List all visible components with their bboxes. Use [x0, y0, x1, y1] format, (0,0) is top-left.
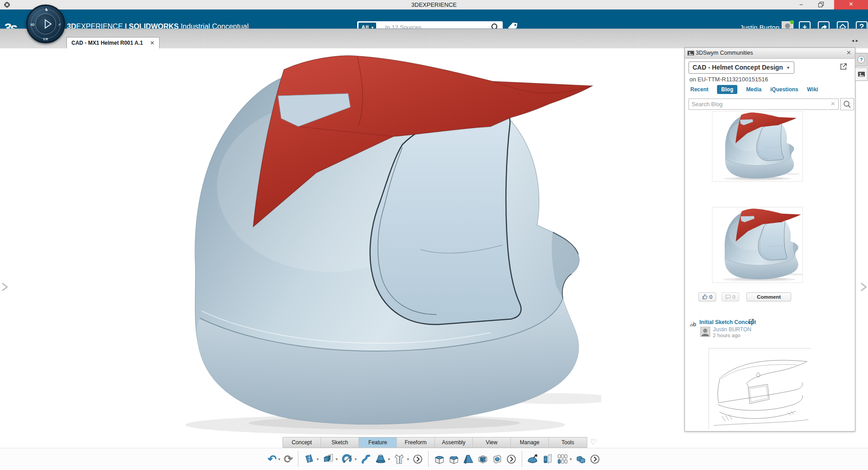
chamfer-button[interactable]: [447, 450, 461, 468]
helmet-model[interactable]: [149, 51, 601, 439]
comment-count-badge[interactable]: 0: [722, 292, 739, 301]
close-button[interactable]: ✕: [834, 0, 868, 9]
fillet-button[interactable]: [432, 450, 447, 468]
chevron-down-icon: ▼: [387, 457, 391, 461]
ribbon-tab-tools[interactable]: Tools: [549, 437, 587, 447]
tab-media[interactable]: Media: [746, 86, 761, 93]
blog-post-icon: b: [689, 320, 697, 328]
svg-text:b: b: [693, 321, 696, 328]
svg-text:?: ?: [860, 57, 863, 62]
like-button[interactable]: 0: [698, 292, 716, 301]
maximize-button[interactable]: [812, 0, 830, 9]
more-icon: [412, 454, 423, 465]
blog-search-button[interactable]: [840, 98, 854, 110]
extrude-icon: [322, 453, 334, 465]
ribbon-tab-manage[interactable]: Manage: [511, 437, 549, 447]
tab-iquestions[interactable]: iQuestions: [770, 86, 798, 93]
fillet-icon: [434, 453, 445, 465]
extrude-button[interactable]: ▼: [321, 450, 340, 468]
compass-info-icon[interactable]: i²: [59, 23, 61, 26]
revolve-icon: [341, 453, 353, 465]
post-actions: 0 0 Comment: [698, 292, 791, 302]
combine-button[interactable]: [574, 450, 588, 468]
mirror-button[interactable]: [540, 450, 555, 468]
chamfer-icon: [448, 453, 460, 465]
post-author-avatar[interactable]: [700, 327, 710, 337]
blog-search-box[interactable]: ✕: [689, 99, 839, 110]
undo-button[interactable]: ↶▼: [266, 450, 283, 468]
chevron-down-icon: ▼: [354, 457, 358, 461]
toolbar-separator: [428, 451, 429, 467]
more-modify-button[interactable]: [505, 450, 518, 468]
compass-3d-label[interactable]: 3D: [30, 23, 34, 26]
ribbon-tab-concept-sketch[interactable]: Concept Sketch: [283, 437, 321, 447]
compass-social-icon[interactable]: ♞: [45, 8, 48, 12]
community-selector[interactable]: CAD - Helmet Concept Design ▼: [689, 61, 794, 74]
draft-button[interactable]: [461, 450, 476, 468]
tab-recent[interactable]: Recent: [690, 86, 708, 93]
rebuild-button[interactable]: ⟳: [283, 450, 294, 468]
tab-wiki[interactable]: Wiki: [807, 86, 818, 93]
more-tools-button[interactable]: [588, 450, 602, 468]
post-title-link[interactable]: Initial Sketch Concept: [699, 319, 756, 325]
undo-icon: ↶: [268, 454, 277, 465]
rib-icon: [393, 453, 405, 465]
3dexperience-compass[interactable]: 3D V.R ♞ i²: [26, 5, 65, 43]
shell-button[interactable]: [476, 450, 490, 468]
toolbar-separator: [298, 451, 298, 467]
loft-icon: [375, 453, 387, 465]
action-toolbar: ↶▼ ⟳ ▼ ▼ ▼: [0, 448, 868, 470]
linear-pattern-button[interactable]: ▼: [555, 450, 574, 468]
expand-right-panel-icon[interactable]: [860, 282, 867, 291]
tab-scroll-arrows[interactable]: ◂▸: [852, 38, 860, 43]
panel-titlebar[interactable]: 3DSwym Communities ✕: [685, 48, 855, 59]
tab-close-icon[interactable]: ✕: [150, 40, 155, 46]
dome-button[interactable]: [526, 450, 540, 468]
ribbon-tab-view[interactable]: View: [473, 437, 511, 447]
more-features-button[interactable]: [411, 450, 425, 468]
toolbar-separator: [522, 451, 522, 467]
sweep-button[interactable]: [359, 450, 373, 468]
reference-plane-button[interactable]: ▼: [302, 450, 321, 468]
tab-blog[interactable]: Blog: [717, 85, 737, 94]
ribbon-tab-freeform[interactable]: Freeform: [397, 437, 435, 447]
communities-side-tab[interactable]: [855, 67, 868, 81]
blog-image-helmet-render-2[interactable]: [712, 207, 803, 283]
panel-close-icon[interactable]: ✕: [846, 49, 851, 56]
ribbon-tab-feature[interactable]: Feature: [359, 437, 397, 447]
ribbon-tab-sketch[interactable]: Sketch: [321, 437, 359, 447]
search-icon: [843, 100, 851, 108]
play-icon[interactable]: [42, 19, 50, 28]
blog-image-helmet-render-1[interactable]: [712, 111, 803, 182]
swym-communities-panel: 3DSwym Communities ✕ CAD - Helmet Concep…: [684, 47, 855, 432]
compass-vr-label[interactable]: V.R: [43, 38, 48, 41]
minimize-button[interactable]: –: [792, 0, 810, 9]
rib-button[interactable]: ▼: [392, 450, 411, 468]
shell-icon: [477, 453, 489, 465]
help-icon: ?: [857, 56, 865, 64]
favorites-heart-icon[interactable]: ♡: [590, 437, 597, 447]
linear-pattern-icon: [556, 453, 568, 465]
blog-search-input[interactable]: [692, 99, 827, 109]
chevron-down-icon: ▼: [335, 457, 339, 461]
blog-image-helmet-sketch[interactable]: [708, 348, 811, 429]
post-author[interactable]: Justin BURTON: [713, 326, 751, 333]
combine-icon: [575, 453, 587, 465]
chevron-down-icon: ▼: [786, 62, 790, 74]
community-selector-value: CAD - Helmet Concept Design: [693, 64, 783, 71]
revolve-button[interactable]: ▼: [340, 450, 359, 468]
document-tab[interactable]: CAD - MX1 Helmet R001 A.1 ✕: [66, 37, 160, 49]
hole-button[interactable]: [490, 450, 505, 468]
ribbon-tab-assembly[interactable]: Assembly: [435, 437, 473, 447]
help-side-tab[interactable]: ?: [855, 53, 868, 66]
open-external-icon[interactable]: [840, 63, 847, 70]
online-status-dot: [790, 20, 794, 24]
expand-left-panel-icon[interactable]: [1, 282, 8, 291]
dome-icon: [527, 453, 539, 465]
comment-button[interactable]: Comment: [746, 292, 791, 301]
post-timestamp: 2 hours ago: [713, 333, 741, 338]
helmet-sketch-drawing: [709, 349, 811, 429]
clear-search-icon[interactable]: ✕: [830, 100, 835, 107]
open-external-icon[interactable]: [748, 319, 754, 324]
loft-button[interactable]: ▼: [373, 450, 392, 468]
